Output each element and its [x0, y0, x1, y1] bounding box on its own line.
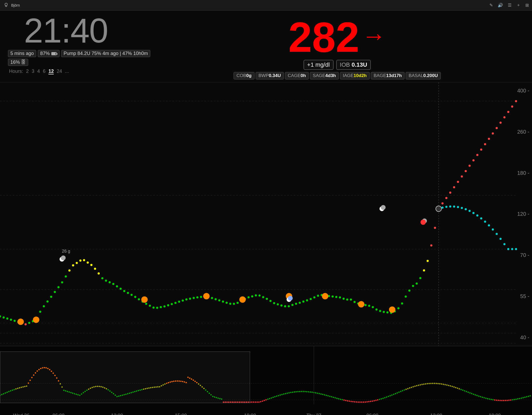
iob-badge: IOB 0.13U [336, 60, 371, 70]
battery-percent: 87% [40, 51, 50, 56]
time-display: 21:40 [24, 13, 108, 48]
hours-label: Hours: [9, 69, 23, 74]
volume-icon[interactable]: 🔊 [498, 3, 503, 8]
right-header: 282 → +1 mg/dl IOB 0.13U COB0gBWP0.34UCA… [150, 13, 524, 79]
viewport-indicator[interactable] [0, 352, 250, 403]
main-content: 21:40 5 mins ago 87% Pump 84.2U 75% 4m a… [0, 11, 532, 415]
bg-value: 282 [288, 16, 359, 58]
main-chart-canvas [0, 82, 532, 346]
battery-icon [51, 52, 57, 55]
database-icon: 🗄 [21, 60, 26, 65]
pill-bage: BAGE13d17h [371, 72, 405, 79]
percentage-value: 16% [10, 60, 20, 65]
edit-icon[interactable]: ✎ [489, 3, 493, 8]
pill-bwp: BWP0.34U [256, 72, 284, 79]
pump-badge: Pump 84.2U 75% 4m ago | 47% 10h0m [61, 50, 150, 57]
mini-chart-area[interactable]: Wed 26 06:00 12:00 15:00 18:00 Thu 27 06… [0, 346, 532, 415]
status-row-1: 5 mins ago 87% Pump 84.2U 75% 4m ago | 4… [8, 50, 150, 57]
status-row-2: 16% 🗄 [8, 59, 28, 66]
left-header: 21:40 5 mins ago 87% Pump 84.2U 75% 4m a… [8, 13, 150, 74]
app-title: Björn [11, 3, 20, 7]
hours-row: Hours: 2 3 4 6 12 24 ... [9, 69, 70, 74]
hours-24[interactable]: 24 [57, 69, 62, 74]
title-bar-right: ✎ 🔊 ☰ ＋ ⊞ [489, 2, 529, 8]
pills-row: COB0gBWP0.34UCAGE0hSAGE4d3hIAGE10d2hBAGE… [234, 72, 441, 79]
hours-2[interactable]: 2 [26, 69, 29, 74]
header-section: 21:40 5 mins ago 87% Pump 84.2U 75% 4m a… [0, 11, 532, 82]
battery-badge: 87% [38, 50, 60, 57]
svg-point-0 [5, 3, 7, 5]
iob-label: IOB [340, 61, 350, 68]
app-logo [3, 2, 9, 8]
pill-sage: SAGE4d3h [310, 72, 339, 79]
percentage-badge: 16% 🗄 [8, 59, 28, 66]
bg-details: +1 mg/dl IOB 0.13U [304, 60, 371, 70]
menu-icon[interactable]: ☰ [508, 3, 512, 8]
time-ago-badge: 5 mins ago [8, 50, 36, 57]
add-icon[interactable]: ＋ [516, 2, 521, 8]
hours-12[interactable]: 12 [48, 69, 54, 74]
bg-reading: 282 → [288, 16, 386, 58]
pill-cage: CAGE0h [285, 72, 309, 79]
hours-4[interactable]: 4 [37, 69, 40, 74]
delta-badge: +1 mg/dl [304, 60, 334, 70]
title-bar: Björn ✎ 🔊 ☰ ＋ ⊞ [0, 0, 532, 11]
pill-iage: IAGE10d2h [340, 72, 370, 79]
title-bar-left: Björn [3, 2, 20, 8]
chart-area[interactable]: 400 - 260 - 180 - 120 - 70 - 55 - 40 - [0, 82, 532, 346]
hours-more[interactable]: ... [65, 69, 69, 74]
pill-cob: COB0g [234, 72, 255, 79]
hours-3[interactable]: 3 [32, 69, 34, 74]
pill-basal: BASAL0.200U [406, 72, 441, 79]
grid-icon[interactable]: ⊞ [525, 3, 529, 8]
hours-6[interactable]: 6 [43, 69, 45, 74]
iob-value: 0.13U [352, 61, 367, 68]
bg-arrow: → [362, 22, 386, 50]
